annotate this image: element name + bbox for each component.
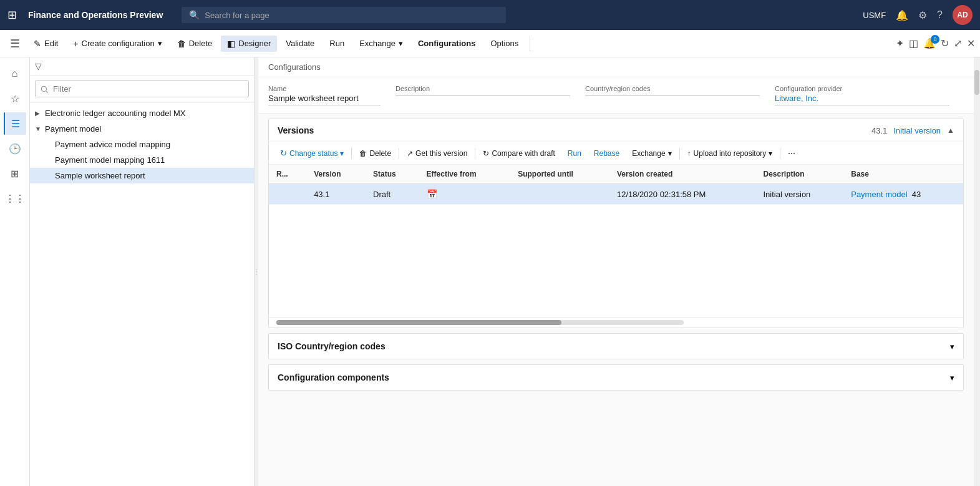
tree-item-payment-model[interactable]: ▼ Payment model xyxy=(30,121,254,137)
col-status: Status xyxy=(366,165,419,184)
cell-version: 43.1 xyxy=(306,184,366,205)
config-fields: Name Sample worksheet report Description… xyxy=(268,85,964,113)
filter-bar xyxy=(30,75,254,103)
exchange-button[interactable]: Exchange ▾ xyxy=(353,36,409,51)
validate-button[interactable]: Validate xyxy=(279,36,321,51)
change-status-dropdown-icon: ▾ xyxy=(340,149,344,158)
version-run-button[interactable]: Run xyxy=(563,147,586,160)
cell-effective-from[interactable]: 📅 xyxy=(419,184,511,205)
components-collapse-icon: ▾ xyxy=(950,373,954,382)
favorites-star-icon[interactable]: ☆ xyxy=(4,87,26,110)
upload-icon: ↑ xyxy=(687,149,691,158)
description-field: Description xyxy=(395,85,570,105)
notifications-icon[interactable]: 🔔 0 xyxy=(923,37,936,49)
settings-gear-icon[interactable]: ⚙ xyxy=(918,9,927,21)
recent-clock-icon[interactable]: 🕒 xyxy=(4,137,26,160)
version-exchange-button[interactable]: Exchange ▾ xyxy=(627,147,676,160)
separator2 xyxy=(399,148,399,159)
h-scrollbar-thumb[interactable] xyxy=(276,320,561,325)
list-icon[interactable]: ☰ xyxy=(4,112,26,135)
tree-item-payment-advice[interactable]: Payment advice model mapping xyxy=(30,137,254,152)
cell-version-created: 12/18/2020 02:31:58 PM xyxy=(609,184,756,205)
create-configuration-button[interactable]: + Create configuration ▾ xyxy=(67,36,168,52)
hamburger-menu-icon[interactable]: ☰ xyxy=(5,34,25,54)
refresh-icon[interactable]: ↻ xyxy=(941,37,949,49)
top-right-icons: USMF 🔔 ⚙ ? AD xyxy=(863,5,973,25)
components-section-header[interactable]: Configuration components ▾ xyxy=(269,365,963,390)
change-status-button[interactable]: ↻ Change status ▾ xyxy=(275,146,349,160)
workspace-icon[interactable]: ⊞ xyxy=(4,162,26,185)
base-link[interactable]: Payment model xyxy=(851,190,907,199)
sidebar-icons: ⌂ ☆ ☰ 🕒 ⊞ ⋮⋮ xyxy=(0,57,30,486)
modules-icon[interactable]: ⋮⋮ xyxy=(4,187,26,210)
empty-table-space xyxy=(269,205,963,317)
separator3 xyxy=(475,148,475,159)
cell-base: Payment model 43 xyxy=(843,184,963,205)
provider-field: Configuration provider Litware, Inc. xyxy=(775,85,949,105)
col-base: Base xyxy=(843,165,963,184)
country-field: Country/region codes xyxy=(585,85,760,105)
versions-collapse-icon[interactable]: ▲ xyxy=(947,126,954,135)
rebase-button[interactable]: Rebase xyxy=(589,147,624,160)
upload-repo-button[interactable]: ↑ Upload into repository ▾ xyxy=(682,147,778,160)
top-navigation: ⊞ Finance and Operations Preview 🔍 USMF … xyxy=(0,0,980,30)
configurations-tab[interactable]: Configurations xyxy=(412,36,482,51)
versions-section: Versions 43.1 Initial version ▲ ↻ Change… xyxy=(268,119,964,328)
table-header: R... Version Status Effective from Suppo… xyxy=(269,165,963,184)
right-cmd-icons: ✦ ◫ 🔔 0 ↻ ⤢ ✕ xyxy=(896,37,975,49)
iso-section-header[interactable]: ISO Country/region codes ▾ xyxy=(269,334,963,359)
tree-item-sample-worksheet[interactable]: Sample worksheet report xyxy=(30,168,254,183)
versions-header-right: 43.1 Initial version ▲ xyxy=(871,126,954,135)
run-button[interactable]: Run xyxy=(323,36,351,51)
h-scrollbar[interactable] xyxy=(276,320,684,325)
edit-button[interactable]: ✎ Edit xyxy=(27,36,64,52)
app-grid-icon[interactable]: ⊞ xyxy=(7,8,17,22)
designer-icon: ◧ xyxy=(227,39,235,49)
col-description: Description xyxy=(755,165,843,184)
filter-funnel-icon[interactable]: ▽ xyxy=(35,61,42,71)
exchange-dropdown-icon: ▾ xyxy=(399,39,403,48)
expand-right-icon: ▶ xyxy=(35,110,45,117)
delete-button[interactable]: 🗑 Delete xyxy=(171,36,219,52)
trash-icon: 🗑 xyxy=(177,39,186,49)
edit-icon: ✎ xyxy=(34,39,41,49)
close-icon[interactable]: ✕ xyxy=(967,37,975,49)
v-scrollbar[interactable] xyxy=(974,57,980,486)
compare-draft-button[interactable]: ↻ Compare with draft xyxy=(478,147,560,160)
main-content: Configurations Name Sample worksheet rep… xyxy=(258,57,974,486)
filter-input[interactable] xyxy=(35,80,249,97)
personalize-icon[interactable]: ◫ xyxy=(909,37,918,49)
notification-bell-icon[interactable]: 🔔 xyxy=(896,9,908,21)
help-question-icon[interactable]: ? xyxy=(937,9,943,21)
dropdown-chevron-icon: ▾ xyxy=(158,39,162,48)
tree-item-electronic-ledger[interactable]: ▶ Electronic ledger accounting model MX xyxy=(30,105,254,121)
separator5 xyxy=(780,148,780,159)
favorites-icon[interactable]: ✦ xyxy=(896,37,904,49)
search-input[interactable] xyxy=(205,11,498,20)
more-options-button[interactable]: ⋯ xyxy=(783,147,800,160)
open-new-icon[interactable]: ⤢ xyxy=(954,37,962,49)
versions-table: R... Version Status Effective from Suppo… xyxy=(269,165,963,205)
cell-status: Draft xyxy=(366,184,419,205)
command-bar: ☰ ✎ Edit + Create configuration ▾ 🗑 Dele… xyxy=(0,30,980,57)
search-bar[interactable]: 🔍 xyxy=(182,7,506,23)
v-scrollbar-thumb[interactable] xyxy=(974,70,979,95)
config-header: Name Sample worksheet report Description… xyxy=(258,77,974,114)
components-section: Configuration components ▾ xyxy=(268,364,964,391)
change-status-icon: ↻ xyxy=(280,148,287,158)
version-delete-button[interactable]: 🗑 Delete xyxy=(354,147,396,160)
col-effective-from: Effective from xyxy=(419,165,511,184)
table-scroll: R... Version Status Effective from Suppo… xyxy=(269,165,963,205)
tree-item-payment-model-mapping[interactable]: Payment model mapping 1611 xyxy=(30,152,254,168)
avatar[interactable]: AD xyxy=(953,5,973,25)
home-icon[interactable]: ⌂ xyxy=(4,62,26,85)
get-version-button[interactable]: ↗ Get this version xyxy=(402,147,472,160)
designer-button[interactable]: ◧ Designer xyxy=(221,36,277,52)
options-tab[interactable]: Options xyxy=(484,36,525,51)
h-scrollbar-container xyxy=(269,317,963,328)
version-exchange-dropdown-icon: ▾ xyxy=(668,149,672,158)
calendar-icon[interactable]: 📅 xyxy=(427,189,437,199)
table-row[interactable]: 43.1 Draft 📅 12/18/2020 02:31:58 PM Init… xyxy=(269,184,963,205)
table-body: 43.1 Draft 📅 12/18/2020 02:31:58 PM Init… xyxy=(269,184,963,205)
expand-down-icon: ▼ xyxy=(35,125,45,132)
